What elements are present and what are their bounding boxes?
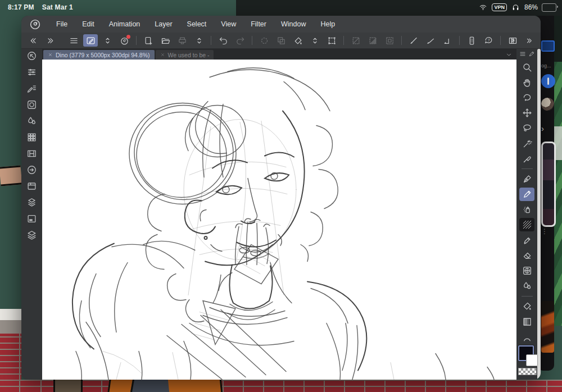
menu-item-filter[interactable]: Filter <box>243 16 274 33</box>
menu-item-layer[interactable]: Layer <box>147 16 179 33</box>
wallpaper-shape <box>168 380 223 392</box>
wifi-icon <box>478 3 488 11</box>
avatar[interactable] <box>541 98 554 111</box>
figure-tool[interactable] <box>519 330 534 344</box>
palette-dock-handle[interactable] <box>537 49 541 380</box>
new-canvas-button[interactable] <box>141 34 156 47</box>
fill-button[interactable] <box>291 34 305 47</box>
toolbar-separator <box>252 36 252 45</box>
window-thumbnail[interactable] <box>541 142 556 227</box>
selection-tool[interactable] <box>519 121 534 135</box>
wallpaper-gray-band <box>0 320 21 334</box>
tool-palette <box>516 49 537 380</box>
marker-tool[interactable] <box>519 234 534 247</box>
deselect-button <box>348 34 363 47</box>
tab-close-icon[interactable] <box>160 52 165 57</box>
zoom-tool[interactable] <box>519 61 534 74</box>
layer-property-palette-button[interactable] <box>25 213 39 225</box>
mode-switcher-button[interactable] <box>100 34 115 47</box>
menu-item-edit[interactable]: Edit <box>75 16 102 33</box>
menu-item-window[interactable]: Window <box>274 16 313 33</box>
snap-to-special-ruler-button[interactable] <box>423 34 438 47</box>
toolbar-buttons: ? <box>25 34 521 47</box>
open-clip-studio-button[interactable] <box>117 34 132 47</box>
clip-studio-logo-icon[interactable] <box>29 19 41 30</box>
rotate-canvas-tool[interactable] <box>519 91 534 104</box>
blue-avatar-button[interactable] <box>541 74 555 88</box>
scroll-tools-right-button[interactable] <box>43 34 57 47</box>
status-icons: VPN 86% <box>478 3 556 12</box>
menu-item-help[interactable]: Help <box>313 16 342 33</box>
auto-select-tool[interactable] <box>519 137 534 151</box>
battery-percent: 86% <box>524 3 538 11</box>
hand-tool[interactable] <box>519 76 534 89</box>
scroll-tools-left-button[interactable] <box>26 34 40 47</box>
menu-item-file[interactable]: File <box>49 16 75 33</box>
canvas-tab-0[interactable]: Dino (3779 x 5000px 300dpi 94.8%) <box>43 50 155 60</box>
filter-button <box>257 34 271 47</box>
wallpaper-white-band <box>0 309 21 320</box>
fill-options-button[interactable] <box>307 34 322 47</box>
status-bar: 8:17 PM Sat Mar 1 VPN 86% <box>0 0 562 15</box>
pen-tool[interactable] <box>519 172 534 186</box>
timeline-palette-button[interactable] <box>25 148 39 159</box>
move-layer-tool[interactable] <box>519 106 534 120</box>
toolbar-separator <box>401 36 402 45</box>
drawing-canvas[interactable] <box>42 60 516 380</box>
brush-size-palette-button[interactable] <box>25 99 39 111</box>
color-set-palette-button[interactable] <box>25 131 39 143</box>
content-row: Dino (3779 x 5000px 300dpi 94.8%)We used… <box>21 49 541 380</box>
drag-handle-icon[interactable] <box>505 34 519 47</box>
auto-action-palette-button[interactable] <box>25 164 39 176</box>
eraser-tool[interactable] <box>519 249 534 262</box>
menu-bar: FileEditAnimationLayerSelectViewFilterWi… <box>21 16 541 33</box>
color-mixing-palette-button[interactable] <box>25 115 39 127</box>
layer-palette-button[interactable] <box>25 229 39 241</box>
airbrush-tool[interactable] <box>519 203 534 216</box>
tool-separator <box>522 296 533 297</box>
drag-handle-icon[interactable] <box>519 49 526 60</box>
menu-item-select[interactable]: Select <box>180 16 214 33</box>
chevron-down-icon[interactable] <box>505 51 513 58</box>
open-file-button[interactable] <box>158 34 173 47</box>
material-palette-button[interactable] <box>25 180 39 192</box>
companion-mode-button[interactable] <box>464 34 479 47</box>
folder-icon[interactable] <box>541 40 555 52</box>
eyedropper-tool[interactable] <box>519 152 534 166</box>
canvas-tab-1[interactable]: We used to be - <box>156 50 214 60</box>
menu-item-animation[interactable]: Animation <box>102 16 148 33</box>
side-panel-text: og... <box>541 63 551 69</box>
gradient-tool[interactable] <box>519 315 534 329</box>
menu-items: FileEditAnimationLayerSelectViewFilterWi… <box>49 16 342 33</box>
snap-to-grid-button[interactable] <box>440 34 455 47</box>
fill-tool[interactable] <box>519 299 534 313</box>
pen-tablet-mode-button[interactable] <box>83 34 98 47</box>
pencil-tool[interactable] <box>519 188 534 201</box>
transform-button[interactable] <box>324 34 339 47</box>
headphones-icon <box>511 3 520 11</box>
main-menu-button[interactable] <box>66 34 81 47</box>
sub-tool-palette-button[interactable] <box>25 83 39 94</box>
support-button[interactable]: ? <box>481 34 496 47</box>
sub-color-swatch[interactable] <box>526 354 538 366</box>
liquify-tool[interactable] <box>519 264 534 277</box>
decoration-tool[interactable] <box>519 218 534 231</box>
sketch-drawing <box>42 60 516 380</box>
transparent-color-swatch[interactable] <box>518 368 537 375</box>
chevron-right-icon[interactable]: › <box>541 124 544 133</box>
menu-item-view[interactable]: View <box>214 16 243 33</box>
quick-access-palette-button[interactable] <box>25 50 39 62</box>
toolbar-separator <box>459 36 460 45</box>
material-3d-palette-button[interactable] <box>25 197 39 208</box>
more-dots-icon[interactable]: ⋮ <box>541 230 548 233</box>
snap-to-ruler-button[interactable] <box>406 34 421 47</box>
blend-tool[interactable] <box>519 279 534 293</box>
center-column: Dino (3779 x 5000px 300dpi 94.8%)We used… <box>42 49 516 380</box>
image-thumbnail[interactable] <box>541 301 554 353</box>
undo-button[interactable] <box>216 34 230 47</box>
file-options-button[interactable] <box>192 34 206 47</box>
expand-toolbar-button[interactable] <box>522 34 536 47</box>
tab-close-icon[interactable] <box>48 52 53 57</box>
tool-property-palette-button[interactable] <box>25 66 39 78</box>
toolbar-separator <box>136 36 137 45</box>
